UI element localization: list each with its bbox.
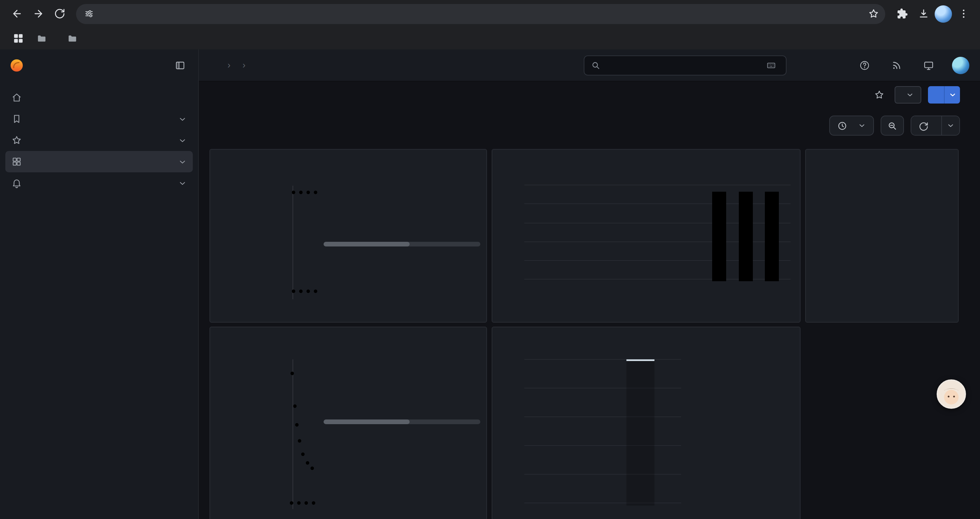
sidebar-item-alerting[interactable] (5, 172, 193, 194)
panel-legend (323, 176, 480, 246)
series-swatch (323, 390, 333, 392)
news-rss-icon[interactable] (888, 56, 905, 74)
legend-row[interactable] (323, 221, 480, 237)
sidebar-nav (0, 81, 198, 194)
panel-errors-per-second (805, 149, 959, 323)
share-dropdown-button[interactable] (944, 86, 960, 104)
legend-row[interactable] (323, 205, 480, 221)
user-avatar[interactable] (952, 56, 969, 74)
time-range-picker[interactable] (829, 115, 874, 136)
help-icon[interactable] (856, 56, 873, 74)
legend-row[interactable] (323, 383, 480, 399)
breadcrumb-separator (228, 60, 231, 70)
legend-row[interactable] (323, 190, 480, 205)
refresh-button[interactable] (911, 116, 941, 136)
browser-menu-icon[interactable] (953, 4, 973, 24)
sidebar-header (0, 50, 198, 81)
zoom-out-button[interactable] (881, 115, 904, 136)
grafana-logo[interactable] (10, 58, 24, 73)
breadcrumb (221, 60, 584, 70)
chevron-down-icon[interactable] (178, 136, 187, 145)
clock-icon (837, 121, 847, 131)
favorite-star-button[interactable] (870, 86, 888, 104)
breadcrumb-separator (242, 60, 245, 70)
forward-button[interactable] (28, 4, 48, 24)
chevron-down-icon[interactable] (178, 157, 187, 166)
panel-total-requests (210, 149, 487, 323)
assistant-avatar-overlay[interactable] (937, 379, 966, 409)
zoom-out-icon (887, 121, 897, 131)
dashboard-actions-toolbar (199, 81, 980, 108)
back-button[interactable] (7, 4, 27, 24)
chevron-down-icon (947, 121, 955, 129)
series-swatch (323, 228, 333, 230)
dashboards-icon (11, 156, 22, 167)
sidebar-item-home[interactable] (5, 87, 193, 108)
grafana-app (0, 50, 980, 519)
bookmark-star-icon[interactable] (865, 6, 881, 22)
legend-header (687, 354, 794, 367)
browser-toolbar (0, 0, 980, 27)
bookmark-folder-blogs[interactable] (61, 31, 88, 45)
panel-average-response-time (210, 327, 487, 519)
series-swatch (323, 212, 333, 214)
apps-grid-icon[interactable] (10, 30, 27, 47)
avatar-illustration (938, 381, 965, 407)
panel-requests-under-100ms (492, 327, 800, 519)
panel-request-per-minute (492, 149, 800, 323)
chevron-down-icon (948, 91, 956, 99)
refresh-interval-dropdown[interactable] (942, 116, 959, 135)
request-per-minute-chart[interactable] (492, 150, 800, 323)
downloads-icon[interactable] (913, 4, 933, 24)
keyboard-icon (767, 61, 776, 70)
bookmark-folder-freeleaps[interactable] (31, 31, 57, 45)
share-button[interactable] (928, 86, 944, 104)
url-bar[interactable] (76, 4, 885, 24)
star-icon (11, 135, 22, 145)
folder-icon (37, 34, 47, 43)
search-icon (591, 61, 600, 70)
legend-row[interactable] (687, 367, 794, 383)
home-icon (11, 92, 22, 103)
series-swatch (506, 300, 515, 303)
legend-scrollbar[interactable] (323, 419, 480, 424)
chevron-down-icon[interactable] (178, 179, 187, 187)
monitor-icon[interactable] (920, 56, 937, 74)
series-swatch (323, 406, 333, 408)
chevron-down-icon[interactable] (178, 115, 187, 123)
search-input[interactable] (584, 55, 786, 75)
bookmark-icon (11, 113, 22, 124)
series-swatch (687, 374, 697, 376)
sidebar-item-starred[interactable] (5, 129, 193, 151)
browser-chrome (0, 0, 980, 50)
browser-profile-avatar[interactable] (935, 5, 952, 22)
chevron-down-icon (858, 121, 866, 129)
sidebar-item-bookmarks[interactable] (5, 108, 193, 129)
reload-button[interactable] (49, 4, 69, 24)
folder-icon (67, 34, 77, 43)
site-settings-icon[interactable] (84, 9, 94, 19)
main-area (199, 50, 980, 519)
legend-row[interactable] (323, 367, 480, 383)
extensions-icon[interactable] (892, 4, 912, 24)
panel-title[interactable] (806, 150, 958, 160)
sidebar-item-dashboards[interactable] (5, 151, 193, 172)
top-nav-toolbar (199, 50, 980, 81)
scrollbar-thumb[interactable] (323, 241, 410, 246)
series-swatch (323, 197, 333, 199)
dock-sidebar-icon[interactable] (172, 57, 189, 74)
series-swatch (687, 390, 697, 392)
panel-legend (506, 300, 537, 303)
dashboard-canvas (199, 108, 980, 519)
chevron-down-icon (906, 91, 914, 99)
search-placeholder[interactable] (606, 60, 761, 70)
legend-scrollbar[interactable] (323, 241, 480, 246)
scrollbar-thumb[interactable] (323, 419, 410, 424)
legend-row[interactable] (323, 399, 480, 414)
legend-header (323, 354, 480, 367)
bell-icon (11, 178, 22, 188)
legend-row[interactable] (687, 383, 794, 399)
legend-row[interactable] (687, 399, 794, 414)
header-icons (856, 56, 969, 74)
export-button[interactable] (895, 86, 921, 104)
